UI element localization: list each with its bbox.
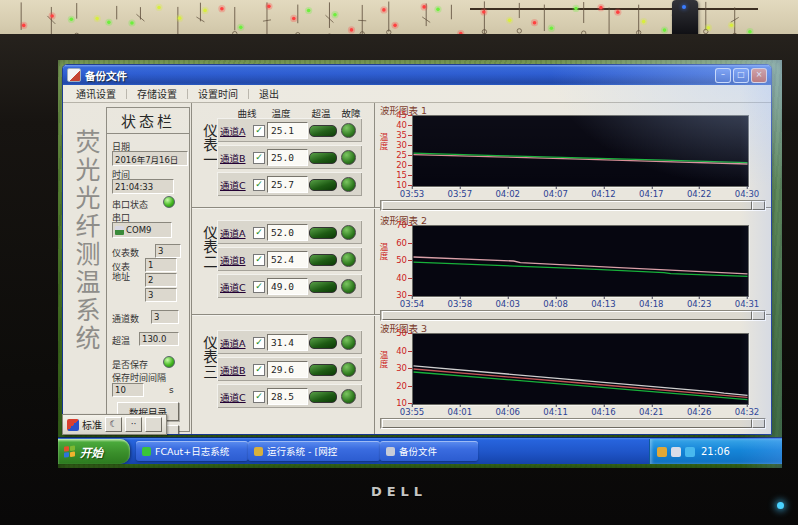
ytick-label: 40 — [396, 346, 407, 356]
xtick-label: 04:03 — [495, 299, 520, 309]
instrument-address-2[interactable]: 2 — [145, 273, 177, 287]
channel-row: 通道B✓52.4 — [217, 247, 362, 271]
ime-softkeyboard-button[interactable] — [145, 417, 162, 432]
power-led[interactable] — [777, 502, 784, 509]
channel-curve-checkbox[interactable]: ✓ — [253, 391, 265, 403]
channel-curve-checkbox[interactable]: ✓ — [253, 364, 265, 376]
client-area: 荧光光纤测温系统 状态栏 日期 2016年7月16日 时间 21:04:33 串… — [63, 103, 771, 434]
series-line-temperature-green — [414, 372, 748, 400]
scrollbar-arrow[interactable] — [752, 201, 765, 210]
series-line-temperature-pink — [414, 257, 748, 274]
minimize-button[interactable]: – — [715, 68, 731, 83]
ime-punct-button[interactable]: ·· — [125, 417, 142, 432]
xtick-label: 04:06 — [495, 407, 520, 417]
xtick-label: 04:18 — [639, 299, 664, 309]
overtemp-indicator — [309, 179, 337, 191]
serial-port-value: COM9 — [126, 225, 151, 235]
fault-led — [341, 150, 356, 165]
scrollbar-arrow[interactable] — [752, 419, 765, 428]
channel-curve-checkbox[interactable]: ✓ — [253, 254, 265, 266]
channel-row: 通道B✓25.0 — [217, 145, 362, 169]
scrollbar-arrow[interactable] — [752, 311, 765, 320]
channel-temperature-value: 25.1 — [267, 122, 308, 139]
instrument-name-2: 仪表二 — [199, 225, 219, 269]
chart-xaxis: 03:5303:5704:0204:0704:1204:1704:2204:30 — [412, 187, 747, 200]
channel-label: 通道A — [220, 226, 246, 240]
app-window: 备份文件 – □ × 通讯设置存储设置设置时间退出 荧光光纤测温系统 状态栏 日… — [62, 64, 772, 435]
fault-led — [341, 177, 356, 192]
xtick-label: 04:11 — [543, 407, 568, 417]
overtemp-indicator — [309, 337, 337, 349]
channel-label: 通道B — [220, 151, 246, 165]
chart-scrollbar[interactable] — [380, 310, 766, 321]
channel-label: 通道B — [220, 363, 246, 377]
taskbar-item-2[interactable]: 备份文件 — [380, 441, 478, 461]
taskbar-item-label: 备份文件 — [399, 444, 437, 458]
xtick-label: 03:55 — [400, 407, 425, 417]
channel-label: 通道C — [220, 178, 246, 192]
scrollbar-thumb[interactable] — [382, 311, 752, 320]
ytick-label: 30 — [396, 140, 407, 150]
channel-curve-checkbox[interactable]: ✓ — [253, 125, 265, 137]
window-titlebar[interactable]: 备份文件 – □ × — [63, 65, 771, 85]
fault-led — [341, 389, 356, 404]
tray-app-icon[interactable] — [657, 447, 667, 457]
menu-item-1[interactable]: 存储设置 — [127, 86, 187, 101]
channel-curve-checkbox[interactable]: ✓ — [253, 281, 265, 293]
xtick-label: 04:16 — [591, 407, 616, 417]
instrument-address-3[interactable]: 3 — [145, 288, 177, 302]
scrollbar-thumb[interactable] — [382, 419, 752, 428]
series-line-temperature-red — [414, 369, 748, 397]
menu-item-2[interactable]: 设置时间 — [188, 86, 248, 101]
chart-scrollbar[interactable] — [380, 418, 766, 429]
instrument-count-label: 仪表数 — [112, 246, 139, 259]
channel-curve-checkbox[interactable]: ✓ — [253, 179, 265, 191]
channel-temperature-value: 31.4 — [267, 334, 308, 351]
waveform-chart-2: 波形图表 2温度706050403003:5403:5804:0304:0804… — [378, 213, 771, 320]
overtemp-label: 超温 — [112, 334, 130, 347]
menu-item-0[interactable]: 通讯设置 — [66, 86, 126, 101]
vertical-divider — [374, 103, 375, 434]
tray-window-icon[interactable] — [671, 447, 681, 457]
instrument-address-1[interactable]: 1 — [145, 258, 177, 272]
channel-curve-checkbox[interactable]: ✓ — [253, 227, 265, 239]
chart-scrollbar[interactable] — [380, 200, 766, 211]
plot-area — [412, 115, 749, 187]
channel-label: 通道B — [220, 253, 246, 267]
chart-xaxis: 03:5504:0104:0604:1104:1604:2104:2604:32 — [412, 405, 747, 418]
overtemp-value: 130.0 — [139, 332, 179, 346]
close-button[interactable]: × — [751, 68, 767, 83]
time-value: 21:04:33 — [112, 179, 174, 194]
channel-curve-checkbox[interactable]: ✓ — [253, 152, 265, 164]
chart-yaxis: 5040302010 — [386, 333, 412, 403]
status-panel-title: 状态栏 — [107, 108, 189, 134]
series-line-temperature-green — [414, 153, 748, 162]
channel-temperature-value: 29.6 — [267, 361, 308, 378]
xtick-label: 04:07 — [543, 189, 568, 199]
tray-network-icon[interactable] — [685, 447, 695, 457]
channel-row: 通道C✓25.7 — [217, 172, 362, 196]
maximize-button[interactable]: □ — [733, 68, 749, 83]
channel-row: 通道B✓29.6 — [217, 357, 362, 381]
xtick-label: 04:22 — [687, 189, 712, 199]
fault-led — [341, 123, 356, 138]
menu-item-3[interactable]: 退出 — [249, 86, 289, 101]
serial-port-select[interactable]: COM9 — [112, 222, 172, 238]
channel-curve-checkbox[interactable]: ✓ — [253, 337, 265, 349]
scrollbar-thumb[interactable] — [382, 201, 752, 210]
channel-label: 通道C — [220, 390, 246, 404]
channel-count-value: 3 — [151, 310, 179, 324]
overtemp-indicator — [309, 227, 337, 239]
taskbar-item-0[interactable]: FCAut+日志系统 — [136, 441, 248, 461]
channel-temperature-value: 28.5 — [267, 388, 308, 405]
moon-icon[interactable]: ☾ — [105, 417, 122, 432]
ytick-label: 40 — [396, 273, 407, 283]
fault-led — [341, 279, 356, 294]
taskbar-item-1[interactable]: 运行系统 - [网控 — [248, 441, 380, 461]
channel-row: 通道C✓28.5 — [217, 384, 362, 408]
ime-language-bar[interactable]: 标准 ☾ ·· — [62, 414, 167, 435]
xtick-label: 04:13 — [591, 299, 616, 309]
backup-file-icon — [386, 447, 395, 456]
start-button[interactable]: 开始 — [58, 439, 130, 464]
channel-row: 通道C✓49.0 — [217, 274, 362, 298]
